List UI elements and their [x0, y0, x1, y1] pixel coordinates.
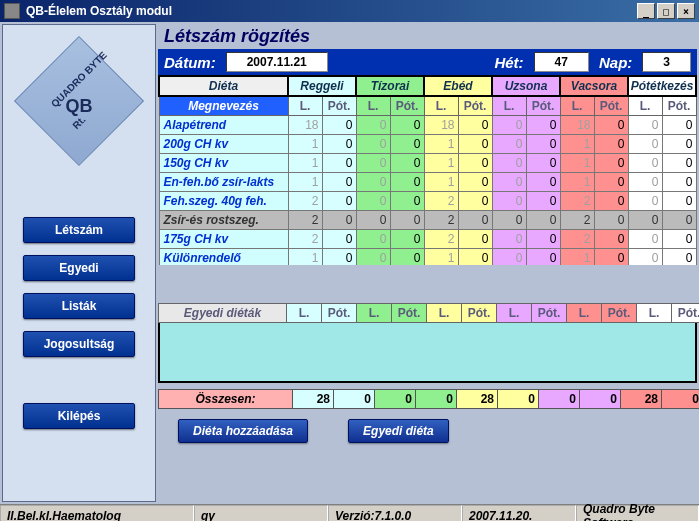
cell[interactable]: 0 [458, 249, 492, 266]
cell[interactable]: 0 [390, 249, 424, 266]
week-field[interactable]: 47 [534, 52, 589, 72]
cell[interactable]: 0 [526, 192, 560, 211]
cell[interactable]: 0 [458, 192, 492, 211]
sidebar-item-letszam[interactable]: Létszám [23, 217, 135, 243]
cell[interactable]: 0 [594, 249, 628, 266]
table-row[interactable]: Zsír-és rostszeg.200020002000 [159, 211, 696, 230]
cell[interactable]: 0 [390, 135, 424, 154]
cell[interactable]: 0 [594, 154, 628, 173]
cell[interactable]: 0 [458, 211, 492, 230]
cell[interactable]: 0 [526, 211, 560, 230]
cell[interactable]: 0 [594, 192, 628, 211]
cell[interactable]: 0 [594, 211, 628, 230]
cell[interactable]: 0 [628, 211, 662, 230]
cell[interactable]: 0 [662, 249, 696, 266]
cell[interactable]: 0 [662, 192, 696, 211]
cell[interactable]: 0 [628, 192, 662, 211]
cell[interactable]: 0 [662, 154, 696, 173]
cell[interactable]: 0 [628, 116, 662, 135]
table-row[interactable]: 150g CH kv100010001000 [159, 154, 696, 173]
cell[interactable]: 1 [424, 135, 458, 154]
cell[interactable]: 0 [322, 230, 356, 249]
cell[interactable]: 0 [458, 230, 492, 249]
minimize-button[interactable]: _ [637, 3, 655, 19]
cell[interactable]: 0 [628, 249, 662, 266]
cell[interactable]: 2 [288, 192, 322, 211]
cell[interactable]: 0 [662, 230, 696, 249]
sidebar-item-egyedi[interactable]: Egyedi [23, 255, 135, 281]
cell[interactable]: 0 [356, 173, 390, 192]
date-field[interactable]: 2007.11.21 [226, 52, 328, 72]
cell[interactable]: 0 [492, 249, 526, 266]
maximize-button[interactable]: □ [657, 3, 675, 19]
cell[interactable]: 0 [492, 135, 526, 154]
table-row[interactable]: 200g CH kv100010001000 [159, 135, 696, 154]
cell[interactable]: 1 [560, 154, 594, 173]
cell[interactable]: 0 [390, 211, 424, 230]
cell[interactable]: 0 [390, 192, 424, 211]
cell[interactable]: 0 [628, 173, 662, 192]
cell[interactable]: 0 [390, 230, 424, 249]
table-row[interactable]: En-feh.bő zsír-lakts100010001000 [159, 173, 696, 192]
cell[interactable]: 2 [288, 230, 322, 249]
cell[interactable]: 0 [594, 116, 628, 135]
cell[interactable]: 0 [356, 116, 390, 135]
cell[interactable]: 0 [458, 173, 492, 192]
cell[interactable]: 0 [322, 135, 356, 154]
egyedi-diet-button[interactable]: Egyedi diéta [348, 419, 449, 443]
cell[interactable]: 0 [662, 135, 696, 154]
cell[interactable]: 0 [356, 230, 390, 249]
cell[interactable]: 0 [594, 230, 628, 249]
sidebar-item-listak[interactable]: Listák [23, 293, 135, 319]
table-row[interactable]: Alapétrend180001800018000 [159, 116, 696, 135]
cell[interactable]: 18 [424, 116, 458, 135]
cell[interactable]: 0 [458, 154, 492, 173]
cell[interactable]: 2 [424, 230, 458, 249]
cell[interactable]: 0 [492, 154, 526, 173]
cell[interactable]: 2 [560, 192, 594, 211]
close-button[interactable]: × [677, 3, 695, 19]
cell[interactable]: 0 [492, 173, 526, 192]
cell[interactable]: 0 [322, 192, 356, 211]
cell[interactable]: 2 [560, 230, 594, 249]
sidebar-item-jogosultsag[interactable]: Jogosultság [23, 331, 135, 357]
egyedi-body[interactable] [158, 323, 697, 383]
cell[interactable]: 0 [356, 249, 390, 266]
cell[interactable]: 1 [560, 249, 594, 266]
cell[interactable]: 0 [390, 173, 424, 192]
table-row[interactable]: 175g CH kv200020002000 [159, 230, 696, 249]
cell[interactable]: 0 [628, 135, 662, 154]
cell[interactable]: 0 [594, 173, 628, 192]
cell[interactable]: 0 [526, 154, 560, 173]
cell[interactable]: 0 [526, 116, 560, 135]
cell[interactable]: 0 [662, 116, 696, 135]
cell[interactable]: 1 [288, 249, 322, 266]
cell[interactable]: 0 [322, 249, 356, 266]
cell[interactable]: 0 [526, 249, 560, 266]
sidebar-exit-button[interactable]: Kilépés [23, 403, 135, 429]
cell[interactable]: 0 [356, 211, 390, 230]
cell[interactable]: 0 [662, 211, 696, 230]
cell[interactable]: 0 [322, 173, 356, 192]
cell[interactable]: 0 [492, 230, 526, 249]
cell[interactable]: 18 [288, 116, 322, 135]
cell[interactable]: 1 [288, 173, 322, 192]
cell[interactable]: 1 [424, 249, 458, 266]
cell[interactable]: 0 [356, 135, 390, 154]
cell[interactable]: 18 [560, 116, 594, 135]
cell[interactable]: 1 [560, 173, 594, 192]
day-field[interactable]: 3 [642, 52, 691, 72]
cell[interactable]: 1 [560, 135, 594, 154]
cell[interactable]: 0 [526, 173, 560, 192]
cell[interactable]: 2 [424, 192, 458, 211]
cell[interactable]: 0 [356, 192, 390, 211]
cell[interactable]: 0 [322, 116, 356, 135]
cell[interactable]: 1 [424, 154, 458, 173]
cell[interactable]: 0 [492, 116, 526, 135]
cell[interactable]: 0 [390, 154, 424, 173]
cell[interactable]: 0 [628, 154, 662, 173]
cell[interactable]: 0 [458, 135, 492, 154]
cell[interactable]: 0 [492, 211, 526, 230]
add-diet-button[interactable]: Diéta hozzáadása [178, 419, 308, 443]
cell[interactable]: 0 [628, 230, 662, 249]
